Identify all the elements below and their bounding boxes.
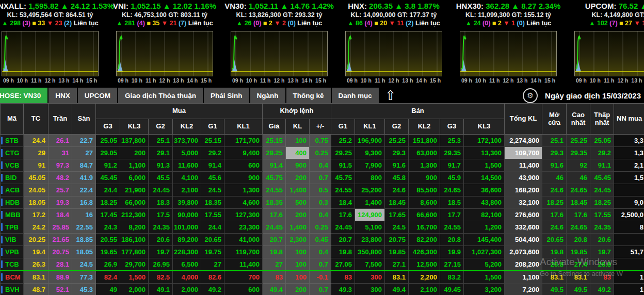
cell-san: 41.9	[72, 172, 96, 184]
col-header-match-gi: Giá	[263, 119, 286, 135]
cell-sell-3: 85,500	[409, 184, 440, 196]
cell-low: 45.45	[590, 172, 614, 184]
cell-sell-0: 17.6	[331, 209, 355, 221]
cell-high: 17.6	[567, 209, 590, 221]
symbol-cell[interactable]: BID	[1, 172, 24, 184]
cell-buy-5: 11,400	[224, 258, 263, 271]
time-tick: 11 h	[488, 77, 502, 84]
cell-tran: 21.65	[49, 234, 72, 246]
cell-tc: 26.3	[24, 258, 49, 271]
tab-giao-d-ch-th-a-thu-n[interactable]: Giao dịch Thỏa thuận	[118, 88, 203, 103]
cell-match-2: 0.7	[310, 172, 331, 184]
cell-low: 24.35	[590, 221, 614, 234]
cell-match-1: 1,400	[286, 184, 310, 196]
cell-sell-2: 24.5	[385, 221, 409, 234]
chart-time-axis: 09 h10 h11 h12 h13 h14 h15 h	[116, 76, 213, 84]
cell-open: 19.8	[542, 246, 567, 258]
symbol-marker	[1, 186, 3, 194]
symbol-marker	[1, 273, 3, 281]
cell-sell-0: 24.55	[331, 184, 355, 196]
cell-buy-1: 1,500	[120, 271, 149, 284]
tab-th-ng-k-[interactable]: Thống kê	[286, 88, 331, 103]
symbol-cell[interactable]: VIB	[1, 234, 24, 246]
cell-sell-2: 83.1	[385, 271, 409, 284]
symbol-cell[interactable]: STB	[1, 135, 24, 147]
cell-buy-4: 17.55	[201, 209, 224, 221]
cell-buy-3: 5,000	[173, 147, 201, 159]
cell-buy-3: 373,700	[173, 135, 201, 147]
symbol-cell[interactable]: TPB	[1, 221, 24, 234]
cell-buy-2: 91.3	[149, 159, 173, 172]
symbol-marker	[1, 174, 3, 182]
tab-danh-m-c[interactable]: Danh mục	[332, 88, 379, 103]
table-row-vpb: VPB19.420.7518.0519.65177,80019.7228,300…	[1, 246, 644, 258]
tab-ph-i-sinh[interactable]: Phái Sinh	[204, 88, 249, 103]
tab-ng-nh[interactable]: Ngành	[250, 88, 285, 103]
symbol-cell[interactable]: VCB	[1, 159, 24, 172]
symbol-cell[interactable]: ACB	[1, 184, 24, 196]
cell-buy-1: 2,000	[120, 284, 149, 295]
cell-match-2: 0.3	[310, 196, 331, 209]
symbol-marker	[1, 286, 3, 293]
tab-hose-vn30[interactable]: HOSE: VN30	[0, 88, 47, 103]
cell-open: 24.6	[542, 221, 567, 234]
index-chart-upcom: 09 h10 h11 h12 h13 h14 h15 h	[566, 31, 644, 84]
index-panel-upcom[interactable]: UPCOM: 76.52 ▲ 0.7 KL: 4,149,800 GT: 47▲…	[566, 0, 644, 27]
index-panel-vnxall[interactable]: VNXALL: 1,595.82 ▲ 24.12 1.53%KL: 53,495…	[0, 0, 107, 27]
cell-buy-4: 82.6	[201, 271, 224, 284]
cell-foreign-buy: 8	[614, 221, 644, 234]
cell-tc: 83.1	[24, 271, 49, 284]
table-row-tpb: TPB24.225.8522.5524.38,20024.35101,00024…	[1, 221, 644, 234]
cell-buy-4: 18.35	[201, 196, 224, 209]
cell-match-2: 0.7	[310, 284, 331, 295]
cell-san: 22.7	[72, 135, 96, 147]
cell-match-1: 100	[286, 271, 310, 284]
tab-upcom[interactable]: UPCOM	[78, 88, 117, 103]
cell-open: 24.6	[542, 184, 567, 196]
col-header-khop: Khớp lệnh	[263, 104, 331, 119]
symbol-cell[interactable]: TCB	[1, 258, 24, 271]
cell-tran: 28.1	[49, 258, 72, 271]
symbol-cell[interactable]: BCM	[1, 271, 24, 284]
time-tick: 10 h	[359, 77, 373, 84]
symbol-cell[interactable]: CTG	[1, 147, 24, 159]
cell-sell-1: 7,900	[355, 159, 385, 172]
table-row-bvh: BVH48.752.145.3492,00049.12,00049.260049…	[1, 284, 644, 295]
cell-foreign-buy: 2,500,0	[614, 209, 644, 221]
cell-sell-2: 19.85	[385, 246, 409, 258]
chart-time-axis: 09 h10 h11 h12 h13 h14 h15 h	[2, 76, 99, 84]
up-arrow-icon[interactable]: ⇧	[385, 88, 396, 103]
cell-buy-0: 45.45	[96, 172, 120, 184]
cell-sell-4: 91.7	[440, 159, 464, 172]
cell-buy-0: 29.05	[96, 147, 120, 159]
cell-buy-5: 1,300	[224, 184, 263, 196]
cell-buy-2: 24.45	[149, 184, 173, 196]
time-tick: 12 h	[502, 77, 516, 84]
cell-sell-5: 1,500	[464, 271, 505, 284]
intraday-chart	[345, 31, 442, 76]
cell-tc: 91	[24, 159, 49, 172]
cell-sell-2: 91.6	[385, 159, 409, 172]
cell-tc: 48.7	[24, 284, 49, 295]
time-tick: 15 h	[199, 77, 213, 84]
cell-sell-3: 66,600	[409, 209, 440, 221]
index-panel-hnx30[interactable]: HNX30: 362.28 ▲ 8.27 2.34%KL: 11,099,300…	[451, 0, 566, 27]
gear-icon[interactable]: ⚙	[523, 88, 538, 103]
symbol-cell[interactable]: HDB	[1, 196, 24, 209]
index-panel-vni[interactable]: VNI: 1,052.15 ▲ 12.02 1.16%KL: 46,753,10…	[107, 0, 222, 27]
price-board-table: MãTCTrầnSànMuaKhớp lệnhBánTổng KLMở cửaC…	[0, 103, 644, 295]
index-panel-hnx[interactable]: HNX: 206.35 ▲ 3.8 1.87%KL: 14,090,000 GT…	[336, 0, 451, 27]
symbol-cell[interactable]: VPB	[1, 246, 24, 258]
table-row-hdb: HDB18.0519.316.818.2566,00018.339,80018.…	[1, 196, 644, 209]
intraday-chart	[116, 31, 213, 76]
symbol-cell[interactable]: BVH	[1, 284, 24, 295]
tab-hnx[interactable]: HNX	[49, 88, 77, 103]
cell-tc: 17.2	[24, 209, 49, 221]
cell-tran: 20.75	[49, 246, 72, 258]
symbol-cell[interactable]: MBB	[1, 209, 24, 221]
cell-san: 77.3	[72, 271, 96, 284]
index-breadth: ▲ 24 (0) ■ 2 ▼ 1 (0) Liên tục	[451, 20, 566, 27]
index-volume: KL: 11,099,300 GT: 155.12 tỷ	[451, 11, 566, 19]
time-tick: 15 h	[543, 77, 557, 84]
index-panel-vn30[interactable]: VN30: 1,052.11 ▲ 14.76 1.42%KL: 13,826,3…	[222, 0, 336, 27]
